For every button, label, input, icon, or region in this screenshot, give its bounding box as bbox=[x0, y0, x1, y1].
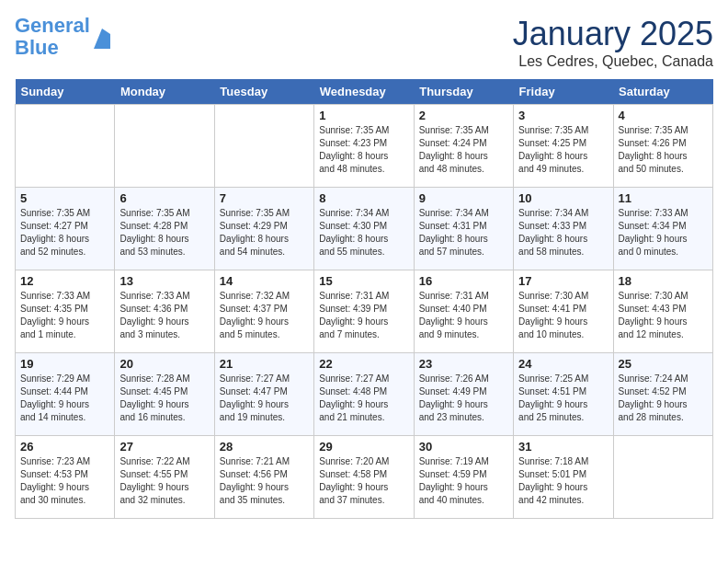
calendar-day-cell: 26Sunrise: 7:23 AM Sunset: 4:53 PM Dayli… bbox=[16, 436, 115, 519]
day-info: Sunrise: 7:23 AM Sunset: 4:53 PM Dayligh… bbox=[20, 455, 109, 507]
column-header-friday: Friday bbox=[514, 79, 613, 105]
calendar-day-cell: 5Sunrise: 7:35 AM Sunset: 4:27 PM Daylig… bbox=[16, 188, 115, 270]
logo-text: General Blue bbox=[15, 15, 90, 59]
day-number: 9 bbox=[419, 191, 508, 205]
day-info: Sunrise: 7:33 AM Sunset: 4:34 PM Dayligh… bbox=[619, 207, 708, 259]
calendar-day-cell: 6Sunrise: 7:35 AM Sunset: 4:28 PM Daylig… bbox=[115, 188, 214, 270]
day-number: 26 bbox=[20, 440, 109, 454]
calendar-week-row: 26Sunrise: 7:23 AM Sunset: 4:53 PM Dayli… bbox=[16, 436, 713, 519]
day-number: 2 bbox=[419, 109, 508, 122]
day-number: 31 bbox=[518, 440, 608, 454]
day-info: Sunrise: 7:18 AM Sunset: 5:01 PM Dayligh… bbox=[518, 455, 608, 507]
day-info: Sunrise: 7:29 AM Sunset: 4:44 PM Dayligh… bbox=[20, 373, 109, 424]
column-header-wednesday: Wednesday bbox=[314, 79, 414, 105]
day-number: 24 bbox=[518, 357, 608, 371]
day-number: 13 bbox=[119, 274, 209, 288]
day-number: 4 bbox=[619, 109, 708, 122]
day-info: Sunrise: 7:32 AM Sunset: 4:37 PM Dayligh… bbox=[220, 290, 309, 341]
day-info: Sunrise: 7:35 AM Sunset: 4:25 PM Dayligh… bbox=[518, 124, 608, 176]
calendar-day-cell: 1Sunrise: 7:35 AM Sunset: 4:23 PM Daylig… bbox=[314, 105, 414, 188]
calendar-day-cell: 20Sunrise: 7:28 AM Sunset: 4:45 PM Dayli… bbox=[115, 353, 214, 436]
day-info: Sunrise: 7:35 AM Sunset: 4:24 PM Dayligh… bbox=[419, 124, 508, 176]
day-number: 8 bbox=[319, 191, 408, 205]
calendar-day-cell bbox=[115, 105, 214, 188]
day-number: 23 bbox=[419, 357, 508, 371]
column-header-thursday: Thursday bbox=[414, 79, 513, 105]
day-number: 7 bbox=[220, 191, 309, 205]
day-info: Sunrise: 7:27 AM Sunset: 4:48 PM Dayligh… bbox=[319, 373, 408, 424]
day-info: Sunrise: 7:33 AM Sunset: 4:36 PM Dayligh… bbox=[119, 290, 209, 341]
day-number: 12 bbox=[20, 274, 109, 288]
column-header-monday: Monday bbox=[115, 79, 214, 105]
day-number: 30 bbox=[419, 440, 508, 454]
calendar-week-row: 12Sunrise: 7:33 AM Sunset: 4:35 PM Dayli… bbox=[16, 270, 713, 353]
calendar-day-cell: 28Sunrise: 7:21 AM Sunset: 4:56 PM Dayli… bbox=[214, 436, 313, 519]
calendar-day-cell: 22Sunrise: 7:27 AM Sunset: 4:48 PM Dayli… bbox=[314, 353, 414, 436]
day-info: Sunrise: 7:30 AM Sunset: 4:41 PM Dayligh… bbox=[518, 290, 608, 341]
calendar-day-cell: 30Sunrise: 7:19 AM Sunset: 4:59 PM Dayli… bbox=[414, 436, 513, 519]
month-title: January 2025 bbox=[513, 15, 713, 53]
location-text: Les Cedres, Quebec, Canada bbox=[513, 53, 713, 70]
calendar-day-cell: 16Sunrise: 7:31 AM Sunset: 4:40 PM Dayli… bbox=[414, 270, 513, 353]
day-number: 20 bbox=[119, 357, 209, 371]
title-area: January 2025 Les Cedres, Quebec, Canada bbox=[513, 15, 713, 70]
calendar-day-cell: 25Sunrise: 7:24 AM Sunset: 4:52 PM Dayli… bbox=[613, 353, 712, 436]
day-number: 1 bbox=[319, 109, 408, 122]
day-number: 3 bbox=[518, 109, 608, 122]
calendar-day-cell: 23Sunrise: 7:26 AM Sunset: 4:49 PM Dayli… bbox=[414, 353, 513, 436]
day-number: 22 bbox=[319, 357, 408, 371]
calendar-day-cell: 29Sunrise: 7:20 AM Sunset: 4:58 PM Dayli… bbox=[314, 436, 414, 519]
day-info: Sunrise: 7:34 AM Sunset: 4:30 PM Dayligh… bbox=[319, 207, 408, 259]
calendar-day-cell bbox=[613, 436, 712, 519]
calendar-day-cell: 24Sunrise: 7:25 AM Sunset: 4:51 PM Dayli… bbox=[514, 353, 613, 436]
day-number: 18 bbox=[619, 274, 708, 288]
day-info: Sunrise: 7:31 AM Sunset: 4:40 PM Dayligh… bbox=[419, 290, 508, 341]
calendar-week-row: 19Sunrise: 7:29 AM Sunset: 4:44 PM Dayli… bbox=[16, 353, 713, 436]
column-header-sunday: Sunday bbox=[16, 79, 115, 105]
calendar-day-cell: 15Sunrise: 7:31 AM Sunset: 4:39 PM Dayli… bbox=[314, 270, 414, 353]
day-info: Sunrise: 7:33 AM Sunset: 4:35 PM Dayligh… bbox=[20, 290, 109, 341]
calendar-day-cell: 4Sunrise: 7:35 AM Sunset: 4:26 PM Daylig… bbox=[613, 105, 712, 188]
day-info: Sunrise: 7:28 AM Sunset: 4:45 PM Dayligh… bbox=[119, 373, 209, 424]
calendar-day-cell: 31Sunrise: 7:18 AM Sunset: 5:01 PM Dayli… bbox=[514, 436, 613, 519]
day-number: 29 bbox=[319, 440, 408, 454]
svg-marker-0 bbox=[94, 29, 110, 49]
calendar-day-cell: 11Sunrise: 7:33 AM Sunset: 4:34 PM Dayli… bbox=[613, 188, 712, 270]
day-number: 21 bbox=[220, 357, 309, 371]
calendar-week-row: 5Sunrise: 7:35 AM Sunset: 4:27 PM Daylig… bbox=[16, 188, 713, 270]
day-number: 19 bbox=[20, 357, 109, 371]
day-info: Sunrise: 7:35 AM Sunset: 4:27 PM Dayligh… bbox=[20, 207, 109, 259]
calendar-day-cell: 9Sunrise: 7:34 AM Sunset: 4:31 PM Daylig… bbox=[414, 188, 513, 270]
calendar-day-cell: 19Sunrise: 7:29 AM Sunset: 4:44 PM Dayli… bbox=[16, 353, 115, 436]
calendar-day-cell: 10Sunrise: 7:34 AM Sunset: 4:33 PM Dayli… bbox=[514, 188, 613, 270]
calendar-week-row: 1Sunrise: 7:35 AM Sunset: 4:23 PM Daylig… bbox=[16, 105, 713, 188]
column-header-tuesday: Tuesday bbox=[214, 79, 313, 105]
day-info: Sunrise: 7:24 AM Sunset: 4:52 PM Dayligh… bbox=[619, 373, 708, 424]
day-number: 25 bbox=[619, 357, 708, 371]
day-number: 11 bbox=[619, 191, 708, 205]
day-number: 10 bbox=[518, 191, 608, 205]
day-info: Sunrise: 7:35 AM Sunset: 4:28 PM Dayligh… bbox=[119, 207, 209, 259]
day-info: Sunrise: 7:31 AM Sunset: 4:39 PM Dayligh… bbox=[319, 290, 408, 341]
calendar-day-cell bbox=[214, 105, 313, 188]
day-number: 17 bbox=[518, 274, 608, 288]
calendar-day-cell: 27Sunrise: 7:22 AM Sunset: 4:55 PM Dayli… bbox=[115, 436, 214, 519]
calendar-header-row: SundayMondayTuesdayWednesdayThursdayFrid… bbox=[16, 79, 713, 105]
day-info: Sunrise: 7:26 AM Sunset: 4:49 PM Dayligh… bbox=[419, 373, 508, 424]
calendar-table: SundayMondayTuesdayWednesdayThursdayFrid… bbox=[15, 79, 713, 519]
day-number: 28 bbox=[220, 440, 309, 454]
calendar-day-cell: 3Sunrise: 7:35 AM Sunset: 4:25 PM Daylig… bbox=[514, 105, 613, 188]
calendar-day-cell bbox=[16, 105, 115, 188]
day-number: 5 bbox=[20, 191, 109, 205]
day-info: Sunrise: 7:20 AM Sunset: 4:58 PM Dayligh… bbox=[319, 455, 408, 507]
day-info: Sunrise: 7:21 AM Sunset: 4:56 PM Dayligh… bbox=[220, 455, 309, 507]
day-info: Sunrise: 7:35 AM Sunset: 4:26 PM Dayligh… bbox=[619, 124, 708, 176]
column-header-saturday: Saturday bbox=[613, 79, 712, 105]
day-number: 15 bbox=[319, 274, 408, 288]
day-info: Sunrise: 7:34 AM Sunset: 4:33 PM Dayligh… bbox=[518, 207, 608, 259]
logo-icon bbox=[94, 29, 110, 52]
calendar-day-cell: 21Sunrise: 7:27 AM Sunset: 4:47 PM Dayli… bbox=[214, 353, 313, 436]
day-info: Sunrise: 7:25 AM Sunset: 4:51 PM Dayligh… bbox=[518, 373, 608, 424]
calendar-day-cell: 8Sunrise: 7:34 AM Sunset: 4:30 PM Daylig… bbox=[314, 188, 414, 270]
calendar-day-cell: 7Sunrise: 7:35 AM Sunset: 4:29 PM Daylig… bbox=[214, 188, 313, 270]
